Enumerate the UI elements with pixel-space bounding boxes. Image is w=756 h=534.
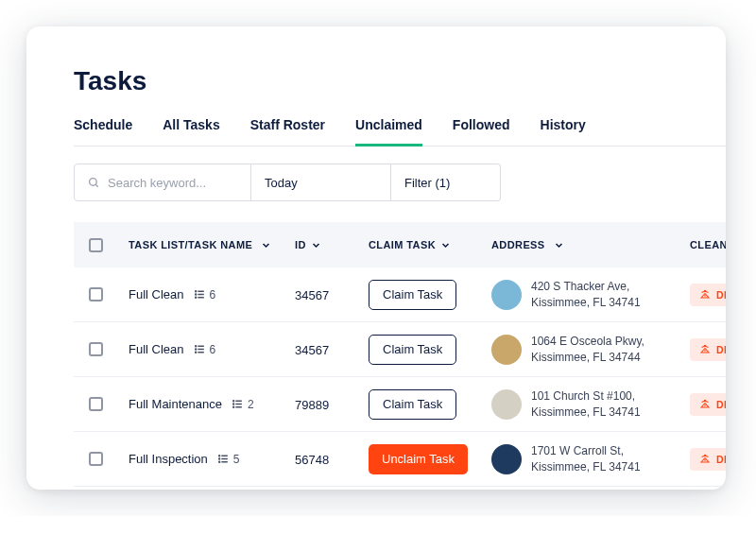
claim-button[interactable]: Unclaim Task [369, 444, 468, 474]
filter-bar: Search keyword... Today Filter (1) [74, 164, 726, 201]
date-filter-label: Today [265, 176, 298, 190]
svg-point-0 [90, 178, 97, 185]
svg-point-16 [195, 349, 196, 350]
table-row: Full Clean 634567Claim Task420 S Thacker… [74, 267, 726, 322]
address: 1701 W Carroll St,Kissimmee, FL 34741 [531, 443, 641, 474]
claim-button[interactable]: Claim Task [369, 280, 456, 310]
col-claim[interactable]: CLAIM TASK [369, 239, 491, 250]
col-address[interactable]: ADDRESS [491, 239, 690, 250]
col-clean-status[interactable]: CLEAN STATUS [690, 239, 726, 250]
table-header: TASK LIST/TASK NAME ID CLAIM TASK ADDRES… [74, 222, 726, 267]
svg-point-38 [218, 458, 219, 459]
svg-point-5 [195, 291, 196, 292]
row-checkbox[interactable] [89, 397, 103, 411]
list-icon [217, 453, 230, 465]
table-row: Full Clean 634567Claim Task1064 E Osceol… [74, 322, 726, 377]
list-icon [194, 288, 206, 301]
svg-point-7 [195, 297, 196, 298]
page-title: Tasks [74, 66, 726, 96]
task-id: 34567 [295, 288, 329, 302]
filter-button[interactable]: Filter (1) [391, 164, 501, 201]
svg-point-28 [233, 406, 234, 407]
date-filter[interactable]: Today [251, 164, 391, 201]
chevron-down-icon [312, 241, 320, 250]
task-count: 5 [217, 453, 240, 466]
tasks-table: TASK LIST/TASK NAME ID CLAIM TASK ADDRES… [74, 222, 726, 487]
search-input[interactable]: Search keyword... [74, 164, 251, 201]
claim-button[interactable]: Claim Task [369, 335, 456, 365]
property-avatar [491, 389, 522, 420]
clean-status-badge: DIRTY [690, 448, 726, 471]
task-id: 79889 [295, 398, 329, 412]
table-row: Full Inspection 556748Unclaim Task1701 W… [74, 432, 726, 487]
tab-schedule[interactable]: Schedule [74, 117, 132, 146]
svg-point-39 [218, 461, 219, 462]
tab-history[interactable]: History [541, 117, 586, 146]
row-checkbox[interactable] [89, 287, 103, 301]
claim-button[interactable]: Claim Task [369, 389, 456, 420]
clean-status-badge: DIRTY [690, 393, 726, 416]
row-checkbox[interactable] [89, 452, 103, 466]
svg-point-6 [195, 294, 196, 295]
col-name[interactable]: TASK LIST/TASK NAME [129, 239, 295, 250]
task-name: Full Maintenance [129, 397, 222, 411]
list-icon [194, 343, 206, 355]
chevron-down-icon [262, 241, 270, 250]
address: 101 Church St #100,Kissimmee, FL 34741 [531, 388, 641, 419]
clean-status-badge: DIRTY [690, 284, 726, 306]
svg-line-1 [95, 184, 98, 187]
svg-point-17 [195, 352, 196, 353]
task-count: 2 [232, 398, 254, 411]
row-checkbox[interactable] [89, 342, 103, 356]
search-placeholder: Search keyword... [108, 176, 206, 190]
task-name: Full Clean [129, 287, 184, 301]
select-all-checkbox[interactable] [89, 238, 103, 252]
tab-followed[interactable]: Followed [453, 117, 510, 146]
property-avatar [491, 280, 522, 310]
alert-icon [699, 344, 711, 355]
task-count: 6 [194, 288, 216, 301]
address: 420 S Thacker Ave,Kissimmee, FL 34741 [531, 279, 641, 309]
svg-point-26 [233, 401, 234, 402]
alert-icon [699, 399, 711, 410]
alert-icon [699, 289, 711, 301]
task-count: 6 [194, 343, 216, 356]
table-row: Full Maintenance 279889Claim Task101 Chu… [74, 377, 726, 432]
svg-point-37 [218, 456, 219, 456]
svg-point-27 [233, 404, 234, 405]
search-icon [88, 177, 100, 189]
task-id: 56748 [295, 453, 329, 467]
tasks-card: Tasks ScheduleAll TasksStaff RosterUncla… [26, 26, 726, 490]
task-id: 34567 [295, 343, 329, 357]
col-id[interactable]: ID [295, 239, 369, 250]
svg-point-15 [195, 346, 196, 347]
property-avatar [491, 444, 522, 474]
clean-status-badge: DIRTY [690, 338, 726, 361]
tab-staff-roster[interactable]: Staff Roster [250, 117, 325, 146]
list-icon [232, 398, 244, 410]
filter-label: Filter (1) [404, 176, 450, 190]
address: 1064 E Osceola Pkwy,Kissimmee, FL 34744 [531, 334, 644, 364]
task-name: Full Inspection [129, 452, 208, 466]
tab-all-tasks[interactable]: All Tasks [163, 117, 219, 146]
tabs: ScheduleAll TasksStaff RosterUnclaimedFo… [74, 117, 726, 146]
chevron-down-icon [441, 241, 450, 250]
task-name: Full Clean [129, 342, 184, 356]
alert-icon [699, 454, 711, 465]
property-avatar [491, 335, 522, 365]
chevron-down-icon [555, 241, 563, 250]
tab-unclaimed[interactable]: Unclaimed [355, 117, 422, 146]
